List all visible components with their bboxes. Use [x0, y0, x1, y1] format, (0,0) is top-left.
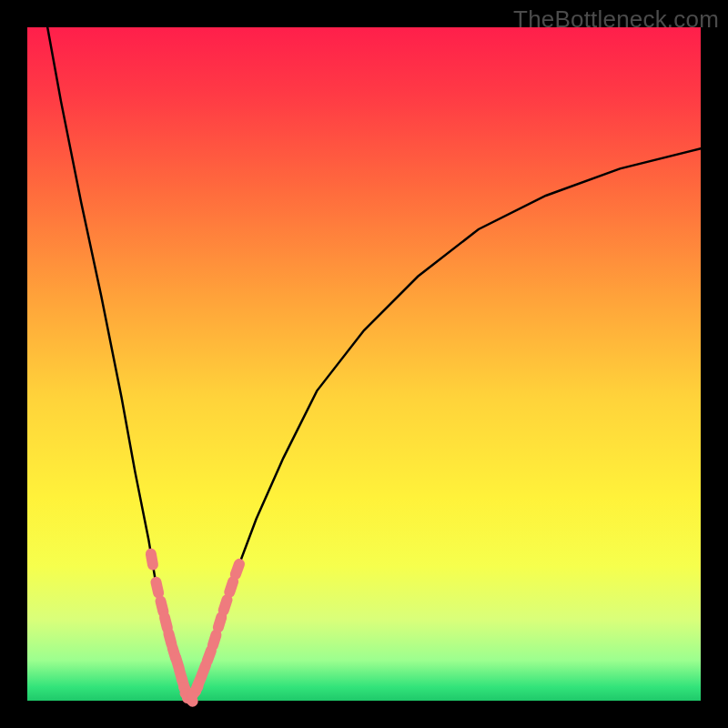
marker-pill	[149, 576, 165, 600]
chart-plot-area	[27, 27, 701, 701]
highlight-markers	[145, 548, 247, 709]
credit-label: TheBottleneck.com	[513, 5, 719, 34]
curve-right-branch	[189, 148, 701, 697]
curve-left-branch	[47, 27, 188, 697]
chart-svg	[27, 27, 701, 701]
chart-frame: TheBottleneck.com	[0, 0, 728, 728]
marker-pill	[145, 548, 159, 571]
